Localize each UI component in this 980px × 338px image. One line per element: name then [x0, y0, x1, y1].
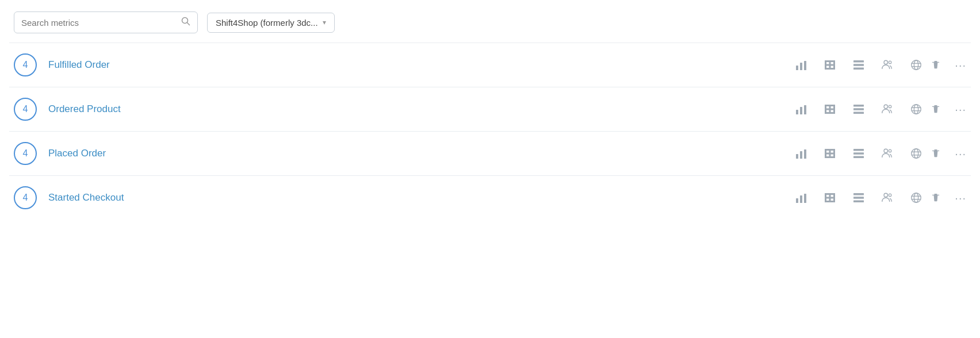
svg-rect-39: [800, 151, 802, 159]
svg-rect-47: [853, 149, 864, 151]
svg-point-69: [889, 194, 892, 197]
svg-rect-12: [853, 64, 864, 66]
svg-point-52: [912, 149, 921, 159]
globe-icon[interactable]: [910, 59, 922, 71]
metric-badge: 4: [14, 186, 37, 209]
svg-line-1: [187, 23, 190, 25]
svg-point-70: [912, 193, 921, 203]
svg-rect-63: [829, 193, 831, 202]
svg-rect-26: [825, 105, 826, 114]
svg-rect-27: [829, 105, 831, 114]
metric-badge: 4: [14, 142, 37, 165]
more-options-icon[interactable]: ···: [955, 103, 966, 116]
metric-name[interactable]: Started Checkout: [48, 192, 795, 203]
grid-icon[interactable]: [824, 103, 836, 116]
delete-icon[interactable]: [929, 59, 942, 71]
metric-name[interactable]: Ordered Product: [48, 103, 795, 115]
delete-icon[interactable]: [929, 103, 942, 116]
search-icon: [181, 17, 190, 28]
metrics-list: 4 Fulfilled Order: [0, 43, 980, 220]
table-row: 4 Ordered Product: [9, 87, 971, 131]
metric-badge: 4: [14, 98, 37, 121]
search-input[interactable]: [21, 18, 181, 28]
grid-icon[interactable]: [824, 59, 836, 71]
grid-icon[interactable]: [824, 191, 836, 204]
metric-actions: [795, 191, 922, 204]
bar-chart-icon[interactable]: [795, 103, 807, 116]
source-dropdown[interactable]: Shift4Shop (formerly 3dc... ▾: [207, 13, 335, 33]
metric-actions: [795, 103, 922, 116]
table-row: 4 Started Checkout: [9, 175, 971, 220]
svg-point-16: [912, 60, 921, 70]
users-icon[interactable]: [881, 147, 894, 160]
metric-actions: [795, 59, 922, 71]
svg-rect-57: [800, 195, 802, 203]
dropdown-label: Shift4Shop (formerly 3dc...: [216, 18, 318, 28]
more-options-icon[interactable]: ···: [955, 191, 966, 205]
svg-rect-64: [833, 193, 835, 202]
search-box: [14, 11, 198, 33]
svg-rect-56: [796, 198, 798, 203]
delete-icon[interactable]: [929, 191, 942, 204]
svg-point-71: [914, 193, 918, 203]
svg-rect-67: [853, 201, 864, 203]
svg-rect-10: [833, 60, 835, 70]
svg-point-32: [884, 105, 887, 108]
bar-chart-icon[interactable]: [795, 191, 807, 204]
rows-icon[interactable]: [852, 191, 865, 204]
users-icon[interactable]: [881, 103, 894, 116]
svg-rect-49: [853, 156, 864, 159]
svg-rect-38: [796, 154, 798, 159]
chevron-down-icon: ▾: [323, 18, 326, 26]
svg-point-53: [914, 149, 918, 159]
globe-icon[interactable]: [910, 191, 922, 204]
svg-rect-21: [800, 107, 802, 114]
svg-rect-20: [796, 110, 798, 114]
svg-point-35: [914, 105, 918, 114]
svg-rect-58: [804, 194, 806, 203]
top-bar: Shift4Shop (formerly 3dc... ▾: [0, 0, 980, 43]
rows-icon[interactable]: [852, 103, 865, 116]
users-icon[interactable]: [881, 191, 894, 204]
more-options-icon[interactable]: ···: [955, 147, 966, 160]
metric-name[interactable]: Placed Order: [48, 148, 795, 159]
more-options-icon[interactable]: ···: [955, 59, 966, 72]
svg-rect-29: [853, 105, 864, 107]
delete-icon[interactable]: [929, 147, 942, 160]
svg-point-17: [914, 60, 918, 70]
svg-rect-45: [829, 149, 831, 158]
grid-icon[interactable]: [824, 147, 836, 160]
svg-rect-62: [825, 193, 826, 202]
right-actions: ···: [929, 191, 966, 205]
metric-name[interactable]: Fulfilled Order: [48, 59, 795, 71]
svg-rect-3: [800, 63, 802, 70]
svg-rect-28: [833, 105, 835, 114]
svg-rect-8: [825, 60, 826, 70]
svg-point-14: [884, 60, 887, 64]
rows-icon[interactable]: [852, 59, 865, 71]
svg-point-68: [884, 193, 887, 197]
svg-rect-66: [853, 197, 864, 199]
svg-rect-4: [804, 61, 806, 70]
right-actions: ···: [929, 59, 966, 72]
svg-rect-11: [853, 60, 864, 63]
right-actions: ···: [929, 103, 966, 116]
globe-icon[interactable]: [910, 147, 922, 160]
users-icon[interactable]: [881, 59, 894, 71]
globe-icon[interactable]: [910, 103, 922, 116]
bar-chart-icon[interactable]: [795, 59, 807, 71]
metric-actions: [795, 147, 922, 160]
svg-point-15: [889, 61, 892, 64]
svg-rect-40: [804, 149, 806, 159]
svg-rect-48: [853, 152, 864, 155]
svg-rect-13: [853, 68, 864, 70]
table-row: 4 Fulfilled Order: [9, 43, 971, 87]
svg-point-33: [889, 105, 892, 108]
bar-chart-icon[interactable]: [795, 147, 807, 160]
right-actions: ···: [929, 147, 966, 160]
svg-point-50: [884, 149, 887, 152]
rows-icon[interactable]: [852, 147, 865, 160]
table-row: 4 Placed Order: [9, 131, 971, 175]
metric-badge: 4: [14, 53, 37, 76]
svg-rect-65: [853, 193, 864, 195]
